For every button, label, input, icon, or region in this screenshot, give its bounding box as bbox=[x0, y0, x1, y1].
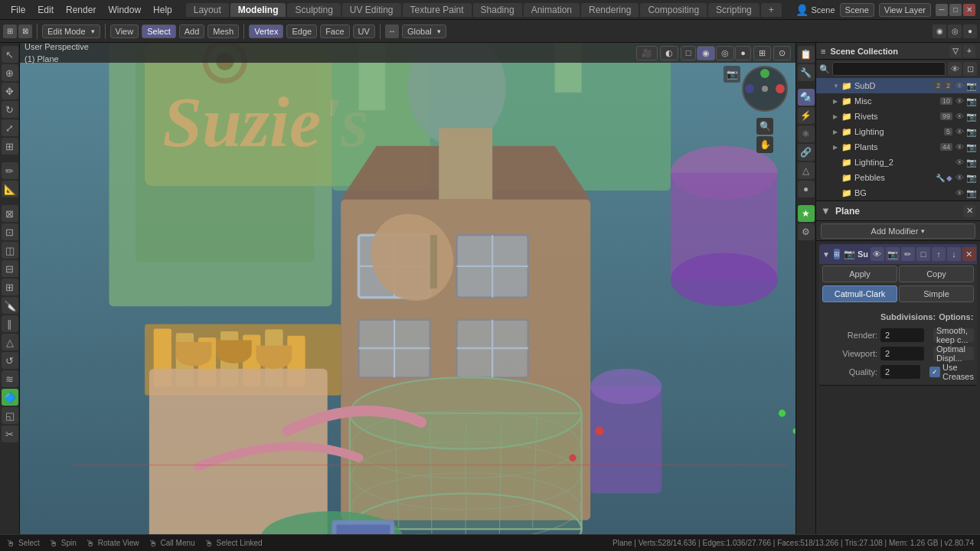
pebbles-visibility[interactable]: 👁 bbox=[954, 173, 965, 182]
menu-render[interactable]: Render bbox=[60, 3, 102, 17]
face-btn[interactable]: Face bbox=[320, 24, 349, 38]
close-btn[interactable]: ✕ bbox=[963, 4, 975, 16]
lighting2-visibility[interactable]: 👁 bbox=[954, 158, 965, 167]
viewport[interactable]: Suzie's bbox=[20, 43, 795, 534]
viewport-render-mode[interactable]: ◐ bbox=[660, 46, 678, 60]
plants-visibility[interactable]: 👁 bbox=[954, 142, 965, 152]
render-value[interactable]: 2 bbox=[880, 328, 924, 342]
uv-btn[interactable]: UV bbox=[353, 24, 375, 38]
misc-render[interactable]: 📷 bbox=[966, 96, 977, 106]
quality-value[interactable]: 2 bbox=[880, 365, 920, 379]
tool-cursor[interactable]: ⊕ bbox=[2, 64, 18, 81]
tab-add[interactable]: + bbox=[761, 3, 782, 17]
tool-icon-2[interactable]: ⊠ bbox=[18, 24, 32, 38]
viewport-camera-btn[interactable]: 🎥 bbox=[636, 46, 658, 60]
view-layer-selector[interactable]: View Layer bbox=[879, 3, 931, 17]
tool-transform[interactable]: ⊞ bbox=[2, 138, 18, 155]
properties-icon[interactable]: 🔧 bbox=[798, 64, 815, 81]
vertex-btn[interactable]: Vertex bbox=[249, 24, 283, 38]
overlay-btn[interactable]: ⊞ bbox=[753, 46, 771, 60]
constraints-icon[interactable]: 🔗 bbox=[798, 144, 815, 161]
maximize-btn[interactable]: □ bbox=[949, 4, 962, 16]
use-creases-checkbox[interactable]: ✓ bbox=[929, 367, 940, 377]
minimize-btn[interactable]: ─ bbox=[936, 4, 948, 16]
tool-bevel[interactable]: ◫ bbox=[2, 242, 18, 259]
tool-spin[interactable]: ↺ bbox=[2, 352, 18, 369]
tab-modeling[interactable]: Modeling bbox=[230, 3, 286, 17]
props-close-btn[interactable]: ✕ bbox=[963, 205, 975, 217]
lighting-render[interactable]: 📷 bbox=[966, 127, 977, 137]
bg-visibility[interactable]: 👁 bbox=[954, 188, 965, 197]
apply-btn[interactable]: Apply bbox=[822, 266, 897, 282]
optimal-dropdown[interactable]: Optimal Displ... bbox=[933, 347, 974, 360]
tool-rip[interactable]: ✂ bbox=[2, 425, 18, 442]
tool-poly-build[interactable]: △ bbox=[2, 334, 18, 350]
mod-delete-btn[interactable]: ✕ bbox=[962, 247, 976, 261]
tab-shading[interactable]: Shading bbox=[473, 3, 522, 17]
filter-visibility-btn[interactable]: 👁 bbox=[948, 62, 962, 76]
orientation-gizmo[interactable] bbox=[742, 66, 788, 112]
edge-btn[interactable]: Edge bbox=[286, 24, 317, 38]
shading-wireframe-btn[interactable]: □ bbox=[681, 46, 697, 60]
rivets-visibility[interactable]: 👁 bbox=[954, 112, 965, 121]
physics-icon[interactable]: ⚛ bbox=[798, 126, 815, 142]
tab-layout[interactable]: Layout bbox=[186, 3, 229, 17]
add-modifier-btn[interactable]: Add Modifier ▾ bbox=[821, 223, 975, 239]
outliner-item-bg[interactable]: 📁 BG 👁 📷 bbox=[816, 185, 980, 201]
scene-selector[interactable]: Scene bbox=[840, 3, 874, 17]
outliner-item-rivets[interactable]: ▶ 📁 Rivets 99 👁 📷 bbox=[816, 109, 980, 124]
hand-btn[interactable]: ✋ bbox=[756, 136, 773, 153]
mod-up-btn[interactable]: ↑ bbox=[932, 247, 946, 261]
tool-rotate[interactable]: ↻ bbox=[2, 101, 18, 118]
outliner-item-misc[interactable]: ▶ 📁 Misc 10 👁 📷 bbox=[816, 93, 980, 109]
shading-rendered-btn[interactable]: ● bbox=[735, 46, 751, 60]
rivets-render[interactable]: 📷 bbox=[966, 112, 977, 122]
mod-edit-btn[interactable]: ✏ bbox=[901, 247, 915, 261]
mod-render-btn[interactable]: 📷 bbox=[886, 247, 900, 261]
mod-realtime-btn[interactable]: 👁 bbox=[871, 247, 884, 261]
viewport-value[interactable]: 2 bbox=[880, 347, 924, 360]
tab-uv-editing[interactable]: UV Editing bbox=[342, 3, 401, 17]
material-icon[interactable]: ● bbox=[798, 181, 815, 197]
outliner-icon[interactable]: 📋 bbox=[798, 46, 815, 63]
modifier-card-header[interactable]: ▼ ⊞ 📷 Su 👁 📷 ✏ □ bbox=[819, 244, 977, 264]
tab-texture-paint[interactable]: Texture Paint bbox=[403, 3, 472, 17]
mod-down-btn[interactable]: ↓ bbox=[947, 247, 961, 261]
add-btn[interactable]: Add bbox=[179, 24, 205, 38]
new-collection-btn[interactable]: + bbox=[963, 45, 975, 57]
tool-loop-cut[interactable]: ⊟ bbox=[2, 260, 18, 277]
filter-select-btn[interactable]: ⊡ bbox=[963, 62, 977, 76]
shading-solid-btn[interactable]: ◉ bbox=[933, 24, 946, 38]
transform-dropdown[interactable]: Global ▾ bbox=[402, 24, 446, 38]
transform-icon[interactable]: ↔ bbox=[385, 24, 399, 38]
menu-file[interactable]: File bbox=[5, 3, 31, 17]
tool-move[interactable]: ✥ bbox=[2, 83, 18, 99]
shading-material-btn[interactable]: ◎ bbox=[948, 24, 962, 38]
bg-render[interactable]: 📷 bbox=[966, 188, 977, 198]
tab-rendering[interactable]: Rendering bbox=[581, 3, 639, 17]
outliner-item-lighting2[interactable]: 📁 Lighting_2 👁 📷 bbox=[816, 155, 980, 170]
tool-select[interactable]: ↖ bbox=[2, 46, 18, 63]
tool-inset[interactable]: ⊡ bbox=[2, 223, 18, 240]
tab-sculpting[interactable]: Sculpting bbox=[287, 3, 340, 17]
tab-compositing[interactable]: Compositing bbox=[640, 3, 707, 17]
catmull-clark-btn[interactable]: Catmull-Clark bbox=[822, 285, 897, 302]
tab-scripting[interactable]: Scripting bbox=[708, 3, 760, 17]
mesh-btn[interactable]: Mesh bbox=[207, 24, 239, 38]
zoom-in-btn[interactable]: 🔍 bbox=[756, 118, 773, 135]
tab-animation[interactable]: Animation bbox=[524, 3, 580, 17]
lighting2-render[interactable]: 📷 bbox=[966, 158, 977, 168]
shading-lookdev-btn[interactable]: ◎ bbox=[716, 46, 734, 60]
mod-cage-btn[interactable]: □ bbox=[916, 247, 930, 261]
mode-dropdown[interactable]: Edit Mode ▾ bbox=[42, 24, 100, 38]
subd-visibility[interactable]: 👁 bbox=[954, 81, 965, 90]
select-btn[interactable]: Select bbox=[142, 24, 176, 38]
outliner-item-lighting[interactable]: ▶ 📁 Lighting 5 👁 📷 bbox=[816, 124, 980, 139]
tool-bisect[interactable]: ∥ bbox=[2, 315, 18, 332]
tool-settings-icon[interactable]: ⚙ bbox=[798, 223, 815, 240]
search-input[interactable] bbox=[832, 62, 946, 76]
tool-measure[interactable]: 📐 bbox=[2, 181, 18, 197]
tool-annotate[interactable]: ✏ bbox=[2, 162, 18, 179]
tool-scale[interactable]: ⤢ bbox=[2, 119, 18, 136]
pebbles-render[interactable]: 📷 bbox=[966, 173, 977, 183]
